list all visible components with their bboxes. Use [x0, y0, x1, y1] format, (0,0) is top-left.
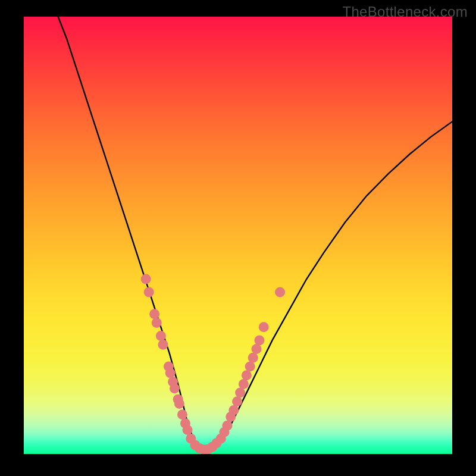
- curve-marker: [170, 383, 180, 393]
- bottleneck-curve: [58, 17, 452, 450]
- curve-marker: [228, 405, 239, 415]
- curve-marker: [248, 353, 258, 363]
- curve-marker: [177, 409, 187, 419]
- chart-svg: [24, 17, 452, 454]
- curve-marker: [144, 287, 154, 298]
- curve-marker: [239, 379, 249, 389]
- curve-marker: [242, 370, 252, 380]
- curve-markers: [141, 274, 285, 455]
- curve-marker: [251, 344, 261, 354]
- plot-area: [24, 17, 452, 454]
- chart-frame: TheBottleneck.com: [0, 0, 476, 476]
- curve-marker: [152, 318, 162, 328]
- curve-marker: [235, 388, 245, 398]
- curve-marker: [141, 274, 151, 284]
- curve-marker: [174, 399, 184, 409]
- curve-marker: [255, 335, 265, 345]
- curve-marker: [223, 421, 233, 431]
- curve-marker: [158, 340, 168, 350]
- curve-marker: [149, 309, 159, 319]
- curve-marker: [183, 425, 193, 435]
- curve-marker: [259, 322, 269, 332]
- curve-marker: [232, 396, 242, 406]
- curve-marker: [165, 368, 176, 378]
- curve-marker: [275, 287, 285, 298]
- curve-marker: [156, 331, 166, 341]
- watermark-text: TheBottleneck.com: [342, 4, 468, 20]
- curve-marker: [245, 362, 255, 372]
